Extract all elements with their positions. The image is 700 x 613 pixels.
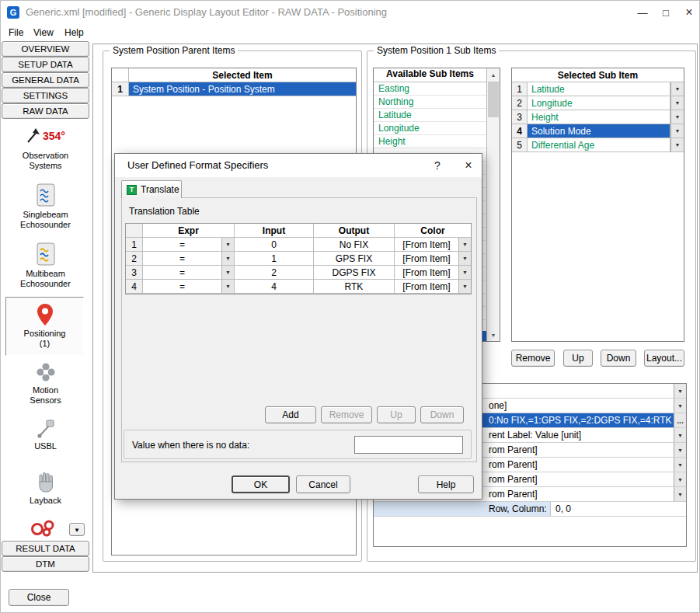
- table-row[interactable]: 2 =▼ 1 GPS FIX [From Item]▼: [126, 252, 471, 266]
- dropdown-icon[interactable]: ▼: [674, 472, 686, 486]
- dropdown-icon[interactable]: ▼: [221, 238, 234, 251]
- help-button[interactable]: Help: [418, 475, 474, 493]
- sidebar-item-setup-data[interactable]: SETUP DATA: [2, 57, 89, 72]
- menu-view[interactable]: View: [29, 24, 58, 41]
- input-cell[interactable]: 4: [235, 280, 314, 293]
- dropdown-icon[interactable]: ▼: [670, 82, 684, 96]
- down-button-dialog[interactable]: Down: [420, 406, 464, 423]
- menu-file[interactable]: File: [4, 24, 28, 41]
- list-item[interactable]: Height: [374, 135, 486, 148]
- table-row[interactable]: 1 System Position - Position System: [112, 82, 356, 96]
- tab-translate[interactable]: T Translate: [121, 180, 182, 198]
- table-row[interactable]: 2 Longitude ▼: [512, 96, 684, 110]
- scroll-down-icon[interactable]: ▼: [487, 329, 500, 341]
- available-list-scrollbar[interactable]: ▲ ▼: [486, 68, 500, 341]
- dropdown-icon[interactable]: ▼: [674, 487, 686, 501]
- dropdown-icon[interactable]: ▼: [674, 384, 686, 398]
- result-data-dropdown-button[interactable]: ▾: [69, 523, 85, 536]
- color-cell[interactable]: [From Item]▼: [395, 238, 471, 251]
- translation-table: Expr Input Output Color 1 =▼ 0 No FIX [F…: [125, 223, 472, 294]
- up-button[interactable]: Up: [563, 350, 593, 367]
- table-row[interactable]: 5 Differential Age ▼: [512, 138, 684, 152]
- menu-help[interactable]: Help: [60, 24, 89, 41]
- list-item[interactable]: Latitude: [374, 109, 486, 122]
- maximize-button[interactable]: □: [654, 1, 677, 24]
- sidebar-item-result-data[interactable]: RESULT DATA: [2, 541, 89, 556]
- sidebar-item-overview[interactable]: OVERVIEW: [2, 41, 89, 57]
- sidebar-item-usbl[interactable]: USBL: [2, 416, 89, 466]
- usbl-icon: [2, 416, 89, 441]
- dropdown-icon[interactable]: ▼: [221, 252, 234, 265]
- list-item[interactable]: Easting: [374, 82, 486, 96]
- remove-button[interactable]: Remove: [511, 350, 555, 367]
- sidebar-item-multibeam-echosounder[interactable]: Multibeam Echosounder: [2, 239, 89, 295]
- dropdown-icon[interactable]: ▼: [674, 443, 686, 457]
- dropdown-icon[interactable]: ▼: [458, 238, 471, 251]
- dialog-help-icon[interactable]: ?: [426, 154, 449, 177]
- expr-cell[interactable]: =▼: [143, 280, 235, 293]
- expr-cell[interactable]: =▼: [143, 252, 235, 265]
- sidebar-item-singlebeam-echosounder[interactable]: Singlebeam Echosounder: [2, 180, 89, 236]
- sidebar-item-motion-sensors[interactable]: Motion Sensors: [2, 359, 89, 413]
- parent-item-selected[interactable]: System Position - Position System: [129, 82, 356, 96]
- dialog-close-icon[interactable]: ×: [457, 154, 480, 177]
- table-row[interactable]: 1 =▼ 0 No FIX [From Item]▼: [126, 238, 471, 252]
- selected-sub-item-selected-row[interactable]: Solution Mode: [528, 124, 670, 138]
- output-cell[interactable]: No FIX: [314, 238, 395, 251]
- sidebar-item-raw-data[interactable]: RAW DATA: [2, 103, 89, 119]
- input-cell[interactable]: 1: [235, 252, 314, 265]
- scroll-up-icon[interactable]: ▲: [487, 68, 500, 81]
- output-cell[interactable]: GPS FIX: [314, 252, 395, 265]
- property-row-row-column[interactable]: Row, Column: 0, 0: [374, 502, 686, 517]
- list-item[interactable]: Longitude: [374, 122, 486, 135]
- dropdown-icon[interactable]: ▼: [674, 428, 686, 442]
- dropdown-icon[interactable]: ▼: [674, 458, 686, 472]
- sidebar-item-settings[interactable]: SETTINGS: [2, 88, 89, 103]
- expr-cell[interactable]: =▼: [143, 238, 235, 251]
- ok-button[interactable]: OK: [232, 475, 290, 493]
- dropdown-icon[interactable]: ▼: [670, 124, 684, 138]
- close-window-button[interactable]: ×: [677, 1, 700, 24]
- cancel-button[interactable]: Cancel: [296, 475, 350, 493]
- sidebar-item-layback[interactable]: Layback: [2, 469, 89, 517]
- color-cell[interactable]: [From Item]▼: [395, 252, 471, 265]
- more-icon[interactable]: ...: [674, 413, 686, 427]
- dropdown-icon[interactable]: ▼: [674, 399, 686, 413]
- dropdown-icon[interactable]: ▼: [670, 138, 684, 152]
- table-row[interactable]: 4 =▼ 4 RTK [From Item]▼: [126, 280, 471, 294]
- output-cell[interactable]: DGPS FIX: [314, 266, 395, 279]
- sidebar-item-general-data[interactable]: GENERAL DATA: [2, 72, 89, 88]
- add-button[interactable]: Add: [265, 406, 316, 423]
- expr-cell[interactable]: =▼: [143, 266, 235, 279]
- table-row[interactable]: 3 =▼ 2 DGPS FIX [From Item]▼: [126, 266, 471, 280]
- dropdown-icon[interactable]: ▼: [670, 96, 684, 110]
- up-button-dialog[interactable]: Up: [377, 406, 416, 423]
- sidebar-item-observation-systems[interactable]: 354° Observation Systems: [2, 121, 89, 177]
- remove-button-dialog[interactable]: Remove: [321, 406, 372, 423]
- layout-button[interactable]: Layout...: [644, 350, 684, 367]
- input-cell[interactable]: 2: [235, 266, 314, 279]
- input-cell[interactable]: 0: [235, 238, 314, 251]
- table-row[interactable]: 4 Solution Mode ▼: [512, 124, 684, 138]
- dropdown-icon[interactable]: ▼: [221, 280, 234, 293]
- sidebar-item-positioning[interactable]: Positioning (1): [5, 297, 84, 356]
- down-button[interactable]: Down: [601, 350, 636, 367]
- dropdown-icon[interactable]: ▼: [221, 266, 234, 279]
- title-bar: G Generic.xml [modified] - Generic Displ…: [1, 1, 699, 24]
- no-data-input[interactable]: [354, 436, 463, 454]
- output-cell[interactable]: RTK: [314, 280, 395, 293]
- table-row[interactable]: 3 Height ▼: [512, 110, 684, 124]
- dropdown-icon[interactable]: ▼: [458, 252, 471, 265]
- dropdown-icon[interactable]: ▼: [458, 266, 471, 279]
- sidebar-item-dtm[interactable]: DTM: [2, 556, 89, 572]
- dropdown-icon[interactable]: ▼: [670, 110, 684, 124]
- scrollbar-thumb[interactable]: [488, 82, 499, 117]
- minimize-button[interactable]: —: [631, 1, 654, 24]
- close-button[interactable]: Close: [9, 589, 69, 606]
- dialog-title: User Defined Format Specifiers: [127, 154, 268, 177]
- list-item[interactable]: Northing: [374, 96, 486, 109]
- color-cell[interactable]: [From Item]▼: [395, 266, 471, 279]
- dropdown-icon[interactable]: ▼: [458, 280, 471, 293]
- color-cell[interactable]: [From Item]▼: [395, 280, 471, 293]
- table-row[interactable]: 1 Latitude ▼: [512, 82, 684, 96]
